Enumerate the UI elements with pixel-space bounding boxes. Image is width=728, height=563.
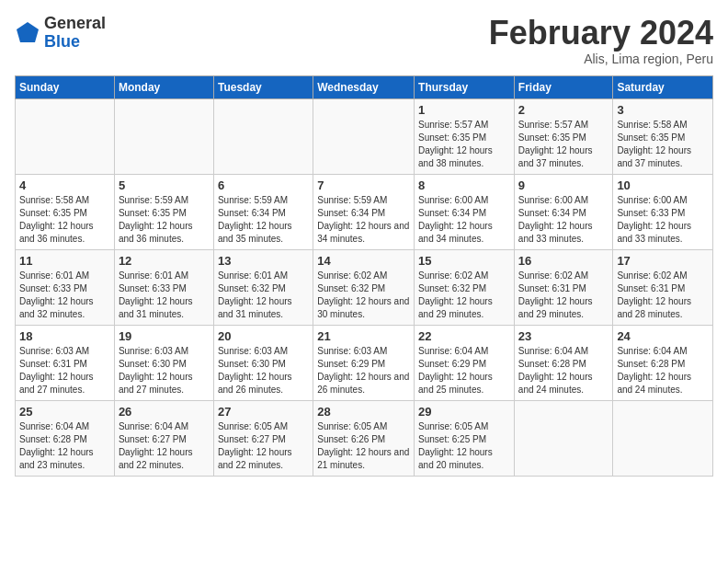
- calendar-cell: 4Sunrise: 5:58 AM Sunset: 6:35 PM Daylig…: [16, 174, 115, 249]
- day-detail: Sunrise: 6:00 AM Sunset: 6:34 PM Dayligh…: [418, 194, 510, 246]
- calendar-cell: [16, 98, 115, 174]
- day-number: 24: [617, 329, 709, 343]
- day-number: 4: [19, 178, 110, 192]
- day-number: 16: [518, 254, 609, 268]
- day-detail: Sunrise: 6:03 AM Sunset: 6:30 PM Dayligh…: [218, 345, 309, 396]
- day-number: 10: [617, 178, 709, 192]
- day-detail: Sunrise: 6:04 AM Sunset: 6:29 PM Dayligh…: [418, 345, 510, 396]
- day-detail: Sunrise: 5:57 AM Sunset: 6:35 PM Dayligh…: [418, 119, 510, 170]
- calendar-cell: 21Sunrise: 6:03 AM Sunset: 6:29 PM Dayli…: [313, 325, 415, 400]
- day-number: 14: [317, 254, 410, 268]
- col-header-wednesday: Wednesday: [313, 75, 415, 98]
- calendar-cell: 23Sunrise: 6:04 AM Sunset: 6:28 PM Dayli…: [514, 325, 613, 400]
- calendar-cell: 5Sunrise: 5:59 AM Sunset: 6:35 PM Daylig…: [114, 174, 213, 249]
- calendar-cell: 10Sunrise: 6:00 AM Sunset: 6:33 PM Dayli…: [613, 174, 713, 249]
- col-header-tuesday: Tuesday: [213, 75, 313, 98]
- day-number: 23: [518, 329, 609, 343]
- calendar-cell: [613, 400, 713, 476]
- day-number: 13: [218, 254, 309, 268]
- svg-marker-0: [17, 22, 39, 42]
- calendar-week-2: 4Sunrise: 5:58 AM Sunset: 6:35 PM Daylig…: [16, 174, 713, 249]
- day-number: 26: [119, 405, 210, 419]
- day-detail: Sunrise: 6:04 AM Sunset: 6:28 PM Dayligh…: [19, 420, 110, 472]
- calendar-subtitle: Alis, Lima region, Peru: [489, 52, 713, 66]
- day-detail: Sunrise: 6:05 AM Sunset: 6:26 PM Dayligh…: [317, 420, 410, 472]
- day-detail: Sunrise: 5:58 AM Sunset: 6:35 PM Dayligh…: [19, 194, 110, 246]
- calendar-cell: 24Sunrise: 6:04 AM Sunset: 6:28 PM Dayli…: [613, 325, 713, 400]
- day-detail: Sunrise: 6:05 AM Sunset: 6:25 PM Dayligh…: [418, 420, 510, 472]
- day-number: 1: [418, 103, 510, 117]
- day-detail: Sunrise: 5:59 AM Sunset: 6:35 PM Dayligh…: [119, 194, 210, 246]
- col-header-thursday: Thursday: [415, 75, 515, 98]
- day-number: 27: [218, 405, 309, 419]
- calendar-cell: 25Sunrise: 6:04 AM Sunset: 6:28 PM Dayli…: [16, 400, 115, 476]
- day-number: 5: [119, 178, 210, 192]
- logo-icon: [15, 20, 40, 46]
- calendar-cell: 12Sunrise: 6:01 AM Sunset: 6:33 PM Dayli…: [114, 249, 213, 325]
- calendar-cell: 1Sunrise: 5:57 AM Sunset: 6:35 PM Daylig…: [415, 98, 515, 174]
- logo-blue-text: Blue: [44, 32, 80, 51]
- calendar-cell: 28Sunrise: 6:05 AM Sunset: 6:26 PM Dayli…: [313, 400, 415, 476]
- day-number: 21: [317, 329, 410, 343]
- calendar-cell: 13Sunrise: 6:01 AM Sunset: 6:32 PM Dayli…: [213, 249, 313, 325]
- calendar-week-4: 18Sunrise: 6:03 AM Sunset: 6:31 PM Dayli…: [16, 325, 713, 400]
- calendar-cell: [313, 98, 415, 174]
- calendar-cell: 27Sunrise: 6:05 AM Sunset: 6:27 PM Dayli…: [213, 400, 313, 476]
- day-detail: Sunrise: 6:00 AM Sunset: 6:34 PM Dayligh…: [518, 194, 609, 246]
- calendar-cell: 22Sunrise: 6:04 AM Sunset: 6:29 PM Dayli…: [415, 325, 515, 400]
- day-detail: Sunrise: 6:04 AM Sunset: 6:28 PM Dayligh…: [617, 345, 709, 396]
- calendar-week-3: 11Sunrise: 6:01 AM Sunset: 6:33 PM Dayli…: [16, 249, 713, 325]
- calendar-cell: [213, 98, 313, 174]
- calendar-cell: 9Sunrise: 6:00 AM Sunset: 6:34 PM Daylig…: [514, 174, 613, 249]
- col-header-saturday: Saturday: [613, 75, 713, 98]
- calendar-cell: [114, 98, 213, 174]
- calendar-cell: 2Sunrise: 5:57 AM Sunset: 6:35 PM Daylig…: [514, 98, 613, 174]
- day-number: 3: [617, 103, 709, 117]
- calendar-cell: 11Sunrise: 6:01 AM Sunset: 6:33 PM Dayli…: [16, 249, 115, 325]
- calendar-cell: 14Sunrise: 6:02 AM Sunset: 6:32 PM Dayli…: [313, 249, 415, 325]
- calendar-cell: 19Sunrise: 6:03 AM Sunset: 6:30 PM Dayli…: [114, 325, 213, 400]
- calendar-cell: 8Sunrise: 6:00 AM Sunset: 6:34 PM Daylig…: [415, 174, 515, 249]
- calendar-cell: 16Sunrise: 6:02 AM Sunset: 6:31 PM Dayli…: [514, 249, 613, 325]
- day-number: 17: [617, 254, 709, 268]
- day-number: 29: [418, 405, 510, 419]
- day-detail: Sunrise: 6:02 AM Sunset: 6:32 PM Dayligh…: [418, 270, 510, 321]
- day-detail: Sunrise: 5:59 AM Sunset: 6:34 PM Dayligh…: [317, 194, 410, 246]
- day-detail: Sunrise: 6:01 AM Sunset: 6:33 PM Dayligh…: [19, 270, 110, 321]
- day-detail: Sunrise: 6:00 AM Sunset: 6:33 PM Dayligh…: [617, 194, 709, 246]
- col-header-monday: Monday: [114, 75, 213, 98]
- page-header: General Blue February 2024 Alis, Lima re…: [15, 15, 713, 66]
- title-block: February 2024 Alis, Lima region, Peru: [489, 15, 713, 66]
- day-detail: Sunrise: 5:59 AM Sunset: 6:34 PM Dayligh…: [218, 194, 309, 246]
- day-detail: Sunrise: 6:01 AM Sunset: 6:33 PM Dayligh…: [119, 270, 210, 321]
- day-number: 12: [119, 254, 210, 268]
- calendar-table: SundayMondayTuesdayWednesdayThursdayFrid…: [15, 75, 713, 477]
- day-number: 20: [218, 329, 309, 343]
- day-number: 9: [518, 178, 609, 192]
- day-detail: Sunrise: 6:02 AM Sunset: 6:31 PM Dayligh…: [617, 270, 709, 321]
- day-number: 22: [418, 329, 510, 343]
- day-number: 15: [418, 254, 510, 268]
- calendar-cell: 26Sunrise: 6:04 AM Sunset: 6:27 PM Dayli…: [114, 400, 213, 476]
- calendar-cell: 29Sunrise: 6:05 AM Sunset: 6:25 PM Dayli…: [415, 400, 515, 476]
- day-detail: Sunrise: 6:04 AM Sunset: 6:28 PM Dayligh…: [518, 345, 609, 396]
- day-number: 28: [317, 405, 410, 419]
- day-detail: Sunrise: 6:05 AM Sunset: 6:27 PM Dayligh…: [218, 420, 309, 472]
- calendar-cell: 7Sunrise: 5:59 AM Sunset: 6:34 PM Daylig…: [313, 174, 415, 249]
- calendar-cell: 3Sunrise: 5:58 AM Sunset: 6:35 PM Daylig…: [613, 98, 713, 174]
- logo: General Blue: [15, 15, 106, 52]
- day-detail: Sunrise: 6:02 AM Sunset: 6:31 PM Dayligh…: [518, 270, 609, 321]
- calendar-cell: 15Sunrise: 6:02 AM Sunset: 6:32 PM Dayli…: [415, 249, 515, 325]
- calendar-cell: 17Sunrise: 6:02 AM Sunset: 6:31 PM Dayli…: [613, 249, 713, 325]
- day-detail: Sunrise: 6:03 AM Sunset: 6:30 PM Dayligh…: [119, 345, 210, 396]
- day-detail: Sunrise: 5:58 AM Sunset: 6:35 PM Dayligh…: [617, 119, 709, 170]
- day-number: 25: [19, 405, 110, 419]
- calendar-week-1: 1Sunrise: 5:57 AM Sunset: 6:35 PM Daylig…: [16, 98, 713, 174]
- day-number: 11: [19, 254, 110, 268]
- calendar-title: February 2024: [489, 15, 713, 52]
- day-detail: Sunrise: 6:02 AM Sunset: 6:32 PM Dayligh…: [317, 270, 410, 321]
- day-detail: Sunrise: 5:57 AM Sunset: 6:35 PM Dayligh…: [518, 119, 609, 170]
- day-detail: Sunrise: 6:03 AM Sunset: 6:31 PM Dayligh…: [19, 345, 110, 396]
- col-header-friday: Friday: [514, 75, 613, 98]
- calendar-cell: 18Sunrise: 6:03 AM Sunset: 6:31 PM Dayli…: [16, 325, 115, 400]
